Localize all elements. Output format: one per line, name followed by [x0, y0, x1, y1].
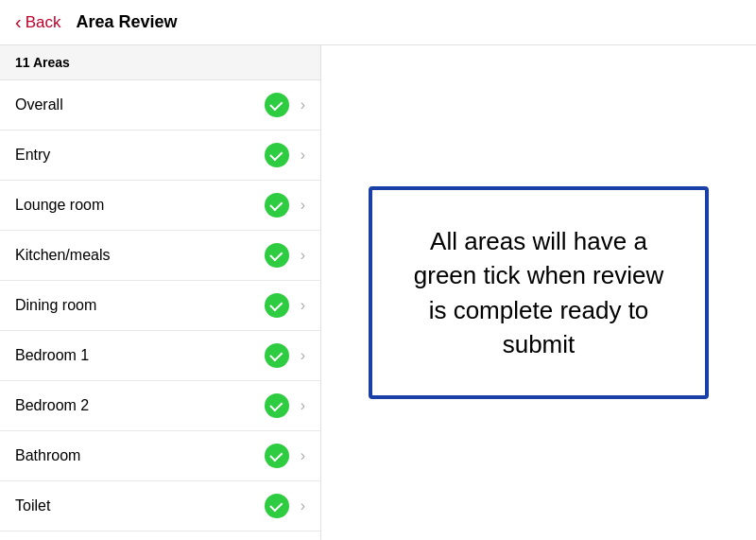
list-item[interactable]: Bedroom 2›	[0, 381, 320, 431]
chevron-right-icon: ›	[301, 397, 305, 414]
area-item-label: Lounge room	[15, 197, 265, 214]
check-icon	[265, 93, 289, 117]
area-item-label: Kitchen/meals	[15, 247, 265, 264]
main-content: 11 Areas Overall›Entry›Lounge room›Kitch…	[0, 45, 756, 540]
app-header: ‹ Back Area Review	[0, 0, 756, 45]
area-item-label: Overall	[15, 96, 265, 113]
chevron-right-icon: ›	[301, 497, 305, 514]
chevron-right-icon: ›	[301, 147, 305, 164]
list-item[interactable]: Entry›	[0, 131, 320, 181]
chevron-right-icon: ›	[301, 297, 305, 314]
check-icon	[265, 444, 289, 468]
chevron-right-icon: ›	[301, 447, 305, 464]
area-item-label: Dining room	[15, 297, 265, 314]
section-header: 11 Areas	[0, 45, 320, 80]
info-box-text: All areas will have a green tick when re…	[414, 227, 663, 358]
check-icon	[265, 143, 289, 167]
area-item-label: Bathroom	[15, 447, 265, 464]
list-item[interactable]: Laundry›	[0, 531, 320, 540]
area-list: Overall›Entry›Lounge room›Kitchen/meals›…	[0, 80, 320, 540]
area-list-panel: 11 Areas Overall›Entry›Lounge room›Kitch…	[0, 45, 321, 540]
list-item[interactable]: Bedroom 1›	[0, 331, 320, 381]
chevron-right-icon: ›	[301, 197, 305, 214]
chevron-right-icon: ›	[301, 96, 305, 113]
list-item[interactable]: Dining room›	[0, 281, 320, 331]
check-icon	[265, 293, 289, 318]
check-icon	[265, 243, 289, 268]
area-item-label: Bedroom 1	[15, 347, 265, 364]
back-chevron-icon: ‹	[15, 11, 22, 33]
chevron-right-icon: ›	[301, 347, 305, 364]
check-icon	[265, 193, 289, 218]
back-label: Back	[26, 13, 61, 32]
page-title: Area Review	[76, 12, 177, 32]
check-icon	[265, 494, 289, 518]
area-item-label: Toilet	[15, 497, 265, 514]
list-item[interactable]: Kitchen/meals›	[0, 231, 320, 281]
chevron-right-icon: ›	[301, 247, 305, 264]
list-item[interactable]: Lounge room›	[0, 181, 320, 231]
back-button[interactable]: ‹ Back	[15, 11, 60, 33]
list-item[interactable]: Overall›	[0, 80, 320, 131]
check-icon	[265, 343, 289, 368]
list-item[interactable]: Bathroom›	[0, 431, 320, 481]
check-icon	[265, 393, 289, 418]
info-panel: All areas will have a green tick when re…	[321, 45, 756, 540]
area-item-label: Entry	[15, 147, 265, 164]
area-item-label: Bedroom 2	[15, 397, 265, 414]
info-box: All areas will have a green tick when re…	[369, 186, 709, 400]
list-item[interactable]: Toilet›	[0, 481, 320, 531]
